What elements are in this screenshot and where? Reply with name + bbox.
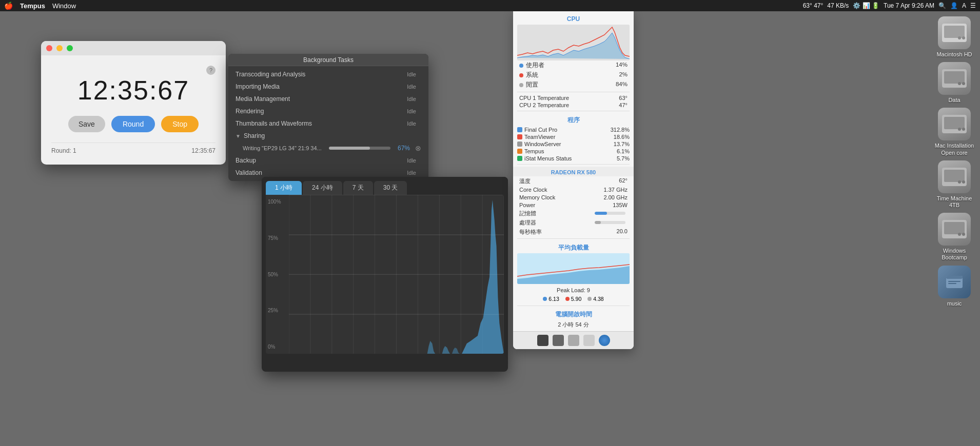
- y-label-0: 0%: [268, 344, 287, 350]
- istat-bottom-icon-3[interactable]: [568, 335, 579, 346]
- round-button[interactable]: Round: [111, 116, 155, 132]
- menubar-app-name[interactable]: Tempus: [20, 2, 45, 10]
- desktop-icon-windows-bootcamp[interactable]: WindowsBootcamp: [931, 213, 977, 261]
- progress-bar: [329, 147, 390, 150]
- y-label-75: 75%: [268, 235, 287, 241]
- graph-tab-1h[interactable]: 1 小時: [266, 181, 302, 195]
- process-istat: iStat Menus Status 5.7%: [513, 155, 634, 162]
- legend-val-2: 5.90: [571, 296, 581, 302]
- avg-load-graph: [517, 253, 630, 284]
- window-minimize-button[interactable]: [56, 45, 63, 51]
- graph-grid-lines: [289, 195, 504, 354]
- windowserver-pct: 13.7%: [614, 141, 630, 147]
- istat-bottom-icon-1[interactable]: [537, 335, 548, 346]
- music-icon: [938, 266, 971, 298]
- gpu-temp-label: 溫度: [519, 177, 531, 185]
- cpu1-temp: 63°: [619, 95, 628, 101]
- windows-bootcamp-label: WindowsBootcamp: [942, 248, 967, 261]
- fps-label: 每秒格率: [519, 228, 542, 236]
- task-writing-name: Writing "EP29 LG 34" 21:9 34...: [243, 145, 322, 151]
- gpu-fps-row: 每秒格率 20.0: [513, 227, 634, 236]
- data-drive-label: Data: [948, 97, 960, 104]
- legend-dot-blue: [543, 297, 547, 301]
- tempus-window: ? 12:35:67 Save Round Stop Round: 1 12:3…: [41, 41, 226, 165]
- music-label: music: [947, 300, 962, 307]
- menubar-menu[interactable]: ☰: [970, 2, 976, 9]
- istat-panel: CPU 使用者 14% 系統 2% 閒置 84% CPU 1 Temperatu…: [513, 11, 634, 349]
- round-info: Round: 1 12:35:67: [51, 143, 215, 154]
- fps-value: 20.0: [617, 228, 628, 236]
- menubar-right: 63° 47° 47 KB/s ⚙️ 📊 🔋 Tue 7 Apr 9:26 AM…: [803, 2, 976, 9]
- cpu2-temp-row: CPU 2 Temperature 47°: [513, 102, 634, 109]
- help-button[interactable]: ?: [206, 66, 215, 75]
- legend-val-3: 4.38: [593, 296, 603, 302]
- istat-bottom-icon-4[interactable]: [583, 335, 595, 346]
- legend-dot-red: [565, 297, 570, 301]
- windowserver-dot: [517, 141, 522, 147]
- menubar-temp: 63° 47°: [803, 2, 824, 9]
- macintosh-hd-icon: [938, 16, 971, 49]
- istat-bottom-icon-2[interactable]: [553, 335, 564, 346]
- gpu-memory-bar: [595, 210, 628, 217]
- finalcut-dot: [517, 127, 522, 132]
- idle-label: 閒置: [519, 81, 538, 89]
- graph-y-labels: 100% 75% 50% 25% 0%: [266, 195, 289, 354]
- task-transcoding: Transcoding and Analysis Idle: [228, 68, 428, 80]
- task-importing: Importing Media Idle: [228, 80, 428, 93]
- task-rendering-name: Rendering: [236, 108, 407, 115]
- cpu1-label: CPU 1 Temperature: [519, 95, 569, 101]
- desktop-icon-data[interactable]: Data: [931, 62, 977, 104]
- cpu1-temp-row: CPU 1 Temperature 63°: [513, 94, 634, 102]
- peak-load: Peak Load: 9: [513, 286, 634, 294]
- istat-bottom-icon-5[interactable]: [599, 335, 610, 346]
- svg-rect-1: [944, 26, 965, 38]
- divider-1: [517, 92, 630, 92]
- window-content: ? 12:35:67 Save Round Stop Round: 1 12:3…: [41, 55, 226, 165]
- window-close-button[interactable]: [46, 45, 52, 51]
- process-windowserver: WindowServer 13.7%: [513, 140, 634, 148]
- istat-dot: [517, 156, 522, 161]
- graph-tab-30d[interactable]: 30 天: [374, 181, 407, 195]
- idle-pct: 84%: [616, 81, 628, 89]
- graph-tab-24h[interactable]: 24 小時: [303, 181, 342, 195]
- task-media-management: Media Management Idle: [228, 93, 428, 105]
- menubar-window[interactable]: Window: [52, 2, 76, 10]
- menubar-icons: ⚙️ 📊 🔋: [853, 2, 879, 9]
- idle-dot: [519, 83, 523, 87]
- gpu-power-label: Power: [519, 202, 535, 208]
- uptime-title: 電腦開啟時間: [513, 308, 634, 320]
- tempus-dot: [517, 149, 522, 154]
- menubar-aa[interactable]: A: [962, 2, 966, 9]
- load-legend: 6.13 5.90 4.38: [513, 294, 634, 303]
- progress-pct: 67%: [394, 145, 410, 152]
- tempus-name: Tempus: [517, 148, 544, 154]
- window-maximize-button[interactable]: [67, 45, 73, 51]
- menubar-user[interactable]: 👤: [950, 2, 958, 9]
- graph-tab-7d[interactable]: 7 天: [343, 181, 373, 195]
- finalcut-pct: 312.8%: [611, 127, 630, 133]
- task-thumbnails-name: Thumbnails and Waveforms: [236, 120, 407, 127]
- gpu-processor-row: 處理器: [513, 218, 634, 227]
- apple-menu[interactable]: 🍎: [4, 2, 13, 10]
- divider-2: [517, 111, 630, 111]
- desktop-icon-time-machine[interactable]: Time Machine4TB: [931, 160, 977, 209]
- teamviewer-pct: 18.6%: [614, 134, 630, 140]
- svg-point-10: [958, 128, 961, 131]
- cancel-icon[interactable]: ⊗: [415, 144, 421, 152]
- avg-load-title: 平均負載量: [513, 241, 634, 253]
- cpu2-temp: 47°: [619, 102, 628, 108]
- stopwatch-buttons: Save Round Stop: [68, 116, 199, 132]
- menubar-search[interactable]: 🔍: [938, 2, 946, 9]
- gpu-mem-clock-label: Memory Clock: [519, 194, 555, 200]
- desktop-icon-music[interactable]: music: [931, 266, 977, 307]
- stop-button[interactable]: Stop: [161, 116, 199, 132]
- gpu-temp-row: 溫度 62°: [513, 176, 634, 186]
- svg-point-14: [958, 180, 961, 184]
- desktop-icon-macintosh-hd[interactable]: Macintosh HD: [931, 16, 977, 58]
- save-button[interactable]: Save: [68, 116, 105, 132]
- desktop-icon-mac-install[interactable]: Mac InstallationOpen core: [931, 108, 977, 156]
- processes-title: 程序: [513, 113, 634, 126]
- task-thumbnails: Thumbnails and Waveforms Idle: [228, 117, 428, 130]
- background-tasks-window: Background Tasks Transcoding and Analysi…: [228, 54, 428, 181]
- task-backup: Backup Idle: [228, 154, 428, 167]
